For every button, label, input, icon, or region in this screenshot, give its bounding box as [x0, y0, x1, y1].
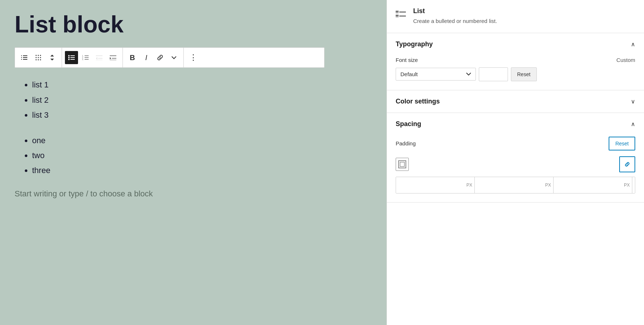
padding-right-cell: PX	[475, 177, 554, 193]
font-size-value: Default	[400, 71, 418, 77]
padding-right-input[interactable]	[475, 177, 544, 193]
italic-button[interactable]: I	[140, 51, 153, 64]
link-values-button[interactable]	[619, 156, 635, 172]
padding-px-inputs: PX PX PX PX	[396, 177, 635, 193]
color-settings-title: Color settings	[396, 98, 440, 105]
svg-point-14	[40, 59, 41, 60]
link-button[interactable]	[154, 51, 167, 64]
svg-marker-16	[50, 59, 54, 60]
font-size-label: Font size	[396, 57, 418, 63]
padding-left-cell: PX	[632, 177, 635, 193]
svg-rect-43	[399, 161, 406, 168]
padding-bottom-px-label: PX	[623, 183, 632, 188]
list-view-button[interactable]	[18, 51, 31, 64]
typography-panel: Typography ∧ Font size Custom Default Re…	[387, 33, 644, 90]
move-updown-button[interactable]	[46, 51, 59, 64]
toolbar-group-1	[15, 48, 62, 67]
svg-point-7	[38, 55, 39, 56]
padding-bottom-cell: PX	[554, 177, 632, 193]
list-group-2: one two three	[15, 134, 372, 177]
list-item-1[interactable]: list 1	[32, 78, 372, 91]
select-chevron-icon	[466, 73, 471, 76]
ordered-list-button[interactable]: 1. 2. 3.	[79, 51, 92, 64]
typography-chevron-icon: ∧	[631, 41, 635, 48]
svg-point-21	[68, 59, 70, 60]
block-info-section: List Create a bulleted or numbered list.	[387, 0, 644, 33]
more-rich-button[interactable]	[167, 51, 181, 64]
page-title: List block	[15, 12, 372, 37]
more-options-button[interactable]: ⋮	[187, 51, 200, 64]
typography-panel-body: Font size Custom Default Reset	[387, 57, 644, 90]
padding-top-cell: PX	[396, 177, 475, 193]
list-item-3[interactable]: list 3	[32, 108, 372, 122]
padding-right-px-label: PX	[544, 183, 553, 188]
svg-point-13	[38, 59, 39, 60]
padding-top-px-label: PX	[466, 183, 474, 188]
svg-point-9	[36, 57, 37, 58]
toolbar-group-2: 1. 2. 3.	[62, 48, 123, 67]
padding-controls	[396, 156, 635, 172]
spacing-title: Spacing	[396, 120, 421, 128]
spacing-chevron-icon: ∧	[631, 121, 635, 128]
padding-bottom-input[interactable]	[554, 177, 623, 193]
list-group-1: list 1 list 2 list 3	[15, 78, 372, 122]
typography-title: Typography	[396, 40, 433, 48]
svg-text:3.: 3.	[82, 58, 84, 60]
block-description: Create a bulleted or numbered list.	[413, 17, 497, 26]
font-size-reset-button[interactable]: Reset	[511, 67, 537, 81]
bold-button[interactable]: B	[126, 51, 139, 64]
custom-font-size-input[interactable]	[479, 67, 508, 81]
typography-panel-header[interactable]: Typography ∧	[387, 33, 644, 55]
spacing-panel-header[interactable]: Spacing ∧	[387, 113, 644, 135]
svg-point-12	[36, 59, 37, 60]
svg-marker-15	[50, 55, 54, 56]
list-block-icon	[394, 8, 407, 21]
svg-point-19	[68, 57, 70, 58]
list-item-2[interactable]: list 2	[32, 93, 372, 107]
block-toolbar: 1. 2. 3.	[15, 47, 325, 68]
list-item-three[interactable]: three	[32, 164, 372, 177]
padding-top-input[interactable]	[396, 177, 466, 193]
color-settings-chevron-icon: ∨	[631, 98, 635, 105]
editor-placeholder: Start writing or type / to choose a bloc…	[15, 189, 372, 199]
padding-reset-button[interactable]: Reset	[609, 137, 635, 150]
outdent-button[interactable]	[93, 51, 106, 64]
toolbar-group-4: ⋮	[184, 48, 203, 67]
color-settings-panel-header[interactable]: Color settings ∨	[387, 90, 644, 113]
custom-label: Custom	[616, 57, 635, 63]
svg-point-11	[40, 57, 41, 58]
toolbar-group-3: B I	[123, 48, 184, 67]
svg-point-17	[68, 55, 70, 56]
grid-view-button[interactable]	[32, 51, 45, 64]
padding-label: Padding	[396, 140, 416, 146]
sidebar: List Create a bulleted or numbered list.…	[387, 0, 644, 325]
svg-marker-30	[96, 57, 97, 59]
color-settings-panel: Color settings ∨	[387, 90, 644, 113]
font-size-controls: Default Reset	[396, 67, 635, 81]
padding-left-input[interactable]	[632, 177, 635, 193]
font-size-select[interactable]: Default	[396, 68, 476, 81]
list-item-two[interactable]: two	[32, 149, 372, 162]
indent-button[interactable]	[106, 51, 120, 64]
svg-point-8	[40, 55, 41, 56]
svg-rect-44	[400, 162, 404, 167]
svg-point-6	[36, 55, 37, 56]
unordered-list-button[interactable]	[65, 51, 78, 64]
editor-area: List block	[0, 0, 387, 325]
block-title: List	[413, 7, 497, 15]
padding-box-icon	[396, 158, 409, 171]
spacing-panel: Spacing ∧ Padding Reset	[387, 113, 644, 203]
spacing-panel-body: Padding Reset	[387, 137, 644, 202]
svg-point-10	[38, 57, 39, 58]
svg-marker-34	[110, 57, 111, 59]
list-item-one[interactable]: one	[32, 134, 372, 147]
block-info-text: List Create a bulleted or numbered list.	[413, 7, 497, 26]
